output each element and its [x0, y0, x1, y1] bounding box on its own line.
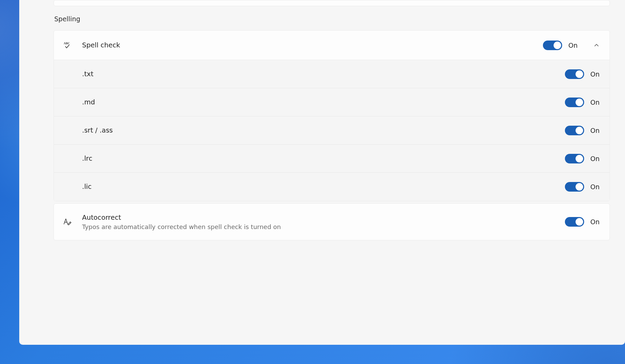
section-title-spelling: Spelling [54, 15, 610, 23]
filetype-label: .srt / .ass [82, 126, 565, 135]
filetype-label: .md [82, 98, 565, 106]
spellcheck-toggle[interactable] [543, 41, 562, 50]
autocorrect-description: Typos are automatically corrected when s… [82, 223, 565, 230]
filetype-toggle-lic[interactable] [565, 182, 584, 192]
filetype-label: .lrc [82, 154, 565, 163]
filetype-label: .txt [82, 70, 565, 78]
filetype-toggle-label: On [590, 99, 600, 106]
filetype-row-md[interactable]: .md On [54, 88, 610, 116]
filetype-toggle-md[interactable] [565, 98, 584, 107]
filetype-toggle-srt-ass[interactable] [565, 126, 584, 135]
font-edit-icon [62, 217, 72, 227]
filetype-toggle-lrc[interactable] [565, 154, 584, 163]
autocorrect-card: Autocorrect Typos are automatically corr… [54, 203, 610, 240]
filetype-row-txt[interactable]: .txt On [54, 60, 610, 88]
filetype-toggle-label: On [590, 183, 600, 191]
autocorrect-toggle-label: On [590, 218, 600, 226]
filetype-toggle-label: On [590, 155, 600, 162]
content-scroll[interactable]: Spelling ABC Spell check On [19, 0, 625, 345]
spellcheck-label: Spell check [82, 41, 543, 49]
filetype-toggle-label: On [590, 127, 600, 134]
autocorrect-label: Autocorrect [82, 213, 565, 222]
abc-check-icon: ABC [62, 40, 72, 50]
filetype-toggle-label: On [590, 70, 600, 78]
filetype-row-srt-ass[interactable]: .srt / .ass On [54, 116, 610, 145]
autocorrect-toggle[interactable] [565, 217, 584, 227]
chevron-up-icon[interactable] [593, 42, 600, 49]
filetype-toggle-txt[interactable] [565, 69, 584, 79]
previous-card-edge [54, 0, 610, 6]
filetype-row-lrc[interactable]: .lrc On [54, 145, 610, 173]
spellcheck-card: ABC Spell check On [54, 30, 610, 201]
spellcheck-row[interactable]: ABC Spell check On [54, 31, 610, 60]
filetype-row-lic[interactable]: .lic On [54, 173, 610, 201]
spellcheck-toggle-label: On [568, 42, 578, 49]
svg-text:ABC: ABC [64, 41, 70, 45]
autocorrect-row[interactable]: Autocorrect Typos are automatically corr… [54, 204, 610, 240]
settings-window: Spelling ABC Spell check On [19, 0, 625, 345]
filetype-label: .lic [82, 182, 565, 191]
